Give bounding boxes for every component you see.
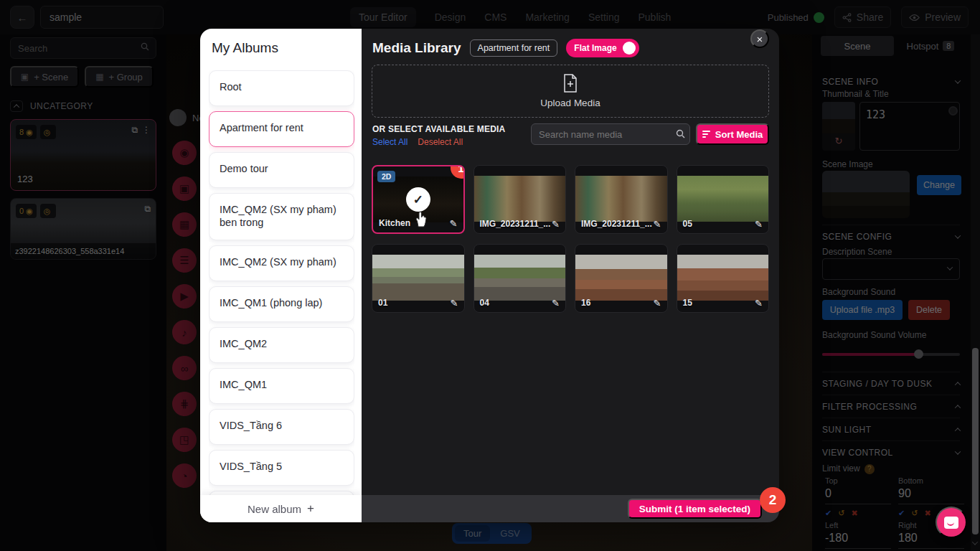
edit-pencil-icon[interactable]: ✎ bbox=[552, 298, 560, 309]
albums-panel: My Albums Root Apartment for rent Demo t… bbox=[200, 29, 362, 522]
close-icon: × bbox=[757, 33, 763, 45]
media-name: IMG_20231211_... bbox=[581, 219, 652, 229]
new-album-button[interactable]: New album + bbox=[200, 495, 362, 522]
media-library-modal: My Albums Root Apartment for rent Demo t… bbox=[200, 29, 779, 522]
app: ← Tour Editor Design CMS Marketing Setti… bbox=[0, 0, 980, 551]
album-chip: Apartment for rent bbox=[470, 39, 558, 57]
media-name: Kitchen bbox=[379, 218, 410, 228]
media-grid: 2D ✓ 1 Kitchen ✎ IMG_20231211_... ✎ IMG_… bbox=[372, 165, 769, 313]
album-item[interactable]: VIDS_Tầng 5 bbox=[209, 450, 354, 486]
media-tile[interactable]: 16 ✎ bbox=[575, 244, 668, 313]
album-item[interactable]: Root bbox=[209, 70, 354, 106]
media-name: 15 bbox=[683, 298, 692, 308]
edit-pencil-icon[interactable]: ✎ bbox=[451, 298, 458, 309]
edit-pencil-icon[interactable]: ✎ bbox=[654, 298, 661, 309]
media-name: 04 bbox=[480, 298, 489, 308]
search-icon bbox=[676, 129, 685, 138]
edit-pencil-icon[interactable]: ✎ bbox=[450, 218, 458, 229]
media-thumbnail bbox=[575, 255, 667, 301]
media-name: IMG_20231211_... bbox=[480, 219, 551, 229]
album-item[interactable]: Demo tour bbox=[209, 152, 354, 188]
toggle-knob-icon bbox=[623, 42, 636, 55]
selected-check-icon: ✓ bbox=[406, 187, 430, 212]
media-tile[interactable]: 04 ✎ bbox=[473, 244, 567, 313]
hand-cursor-icon bbox=[413, 209, 428, 228]
sort-icon bbox=[702, 131, 710, 138]
media-thumbnail bbox=[677, 255, 769, 301]
media-search-input[interactable] bbox=[531, 123, 690, 145]
sort-media-label: Sort Media bbox=[715, 129, 763, 140]
edit-pencil-icon[interactable]: ✎ bbox=[755, 219, 763, 230]
flat-image-label: Flat Image bbox=[574, 43, 616, 53]
media-name: 05 bbox=[683, 219, 692, 229]
deselect-all-link[interactable]: Deselect All bbox=[418, 137, 463, 147]
upload-media-dropzone[interactable]: Upload Media bbox=[372, 65, 769, 118]
media-thumbnail bbox=[474, 255, 566, 301]
upload-file-icon bbox=[562, 74, 578, 93]
album-item[interactable]: IMC_QM1 bbox=[209, 368, 354, 404]
upload-media-label: Upload Media bbox=[540, 98, 600, 108]
step-badge: 2 bbox=[760, 487, 786, 513]
chat-launcher-button[interactable] bbox=[936, 507, 967, 538]
album-item[interactable]: IMC_QM1 (phong lap) bbox=[209, 286, 354, 322]
new-album-label: New album bbox=[248, 503, 301, 515]
media-tile[interactable]: 01 ✎ bbox=[372, 244, 465, 313]
album-item-selected[interactable]: Apartment for rent bbox=[209, 111, 354, 147]
albums-list: Root Apartment for rent Demo tour IMC_QM… bbox=[209, 70, 354, 495]
flat-image-toggle[interactable]: Flat Image bbox=[566, 39, 639, 57]
2d-badge: 2D bbox=[377, 171, 395, 182]
media-name: 01 bbox=[378, 298, 387, 308]
sort-media-button[interactable]: Sort Media bbox=[696, 123, 769, 145]
close-button[interactable]: × bbox=[750, 29, 769, 48]
media-thumbnail bbox=[474, 176, 566, 222]
or-select-label: OR SELECT AVAILABLE MEDIA bbox=[372, 124, 505, 134]
media-name: 16 bbox=[581, 298, 590, 308]
media-tile[interactable]: IMG_20231211_... ✎ bbox=[473, 165, 567, 234]
modal-footer: Submit (1 item selected) 2 bbox=[362, 495, 779, 522]
media-thumbnail bbox=[575, 176, 667, 222]
album-item[interactable]: VIDS_Tầng 6 bbox=[209, 409, 354, 445]
plus-icon: + bbox=[307, 501, 314, 516]
albums-title: My Albums bbox=[212, 40, 278, 56]
media-tile[interactable]: 05 ✎ bbox=[677, 165, 770, 234]
modal-title: Media Library bbox=[372, 40, 461, 56]
media-section: Media Library Apartment for rent Flat Im… bbox=[362, 29, 779, 522]
chat-bubble-icon bbox=[944, 517, 958, 529]
media-tile[interactable]: 15 ✎ bbox=[677, 244, 770, 313]
submit-button[interactable]: Submit (1 item selected) bbox=[628, 499, 762, 519]
media-thumbnail bbox=[372, 255, 464, 301]
album-item[interactable]: IMC_QM2 bbox=[209, 327, 354, 363]
album-item[interactable]: IMC_QM2 (SX my pham) ben trong bbox=[209, 193, 354, 240]
edit-pencil-icon[interactable]: ✎ bbox=[552, 219, 560, 230]
select-all-link[interactable]: Select All bbox=[372, 137, 407, 147]
media-tile[interactable]: IMG_20231211_... ✎ bbox=[575, 165, 668, 234]
media-tile-selected[interactable]: 2D ✓ 1 Kitchen ✎ bbox=[372, 165, 465, 234]
album-item[interactable]: IMC_QM2 (SX my pham) bbox=[209, 245, 354, 281]
edit-pencil-icon[interactable]: ✎ bbox=[654, 219, 661, 230]
edit-pencil-icon[interactable]: ✎ bbox=[755, 298, 763, 309]
media-thumbnail bbox=[677, 176, 769, 222]
